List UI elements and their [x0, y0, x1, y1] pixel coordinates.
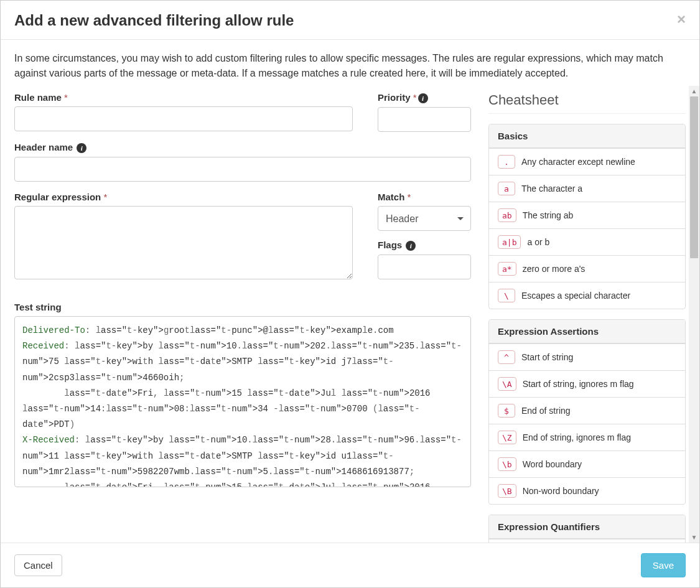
test-string-label: Test string	[14, 302, 471, 312]
regex-label: Regular expression *	[14, 192, 353, 202]
list-item: a|ba or b	[489, 228, 685, 255]
list-item: *0 or more	[489, 539, 685, 543]
flags-label: Flags i	[378, 240, 471, 251]
cheatsheet-sidebar: Cheatsheet Basics.Any character except n…	[485, 86, 699, 543]
modal-footer: Cancel Save	[1, 543, 699, 587]
priority-input[interactable]	[378, 107, 471, 132]
modal-body: Rule name * Priority *i Header name i	[1, 86, 699, 543]
item-desc: End of string, ignores m flag	[523, 432, 631, 442]
scroll-up-icon[interactable]: ▲	[689, 86, 699, 96]
cancel-button[interactable]: Cancel	[14, 554, 62, 576]
list-item: aThe character a	[489, 175, 685, 202]
cheatsheet-panel: Expression Assertions^Start of string\AS…	[488, 319, 686, 505]
match-select[interactable]: Header	[378, 206, 471, 231]
code-chip: ^	[498, 350, 515, 364]
code-chip: a|b	[498, 235, 521, 249]
item-desc: The string ab	[523, 210, 574, 220]
regex-input[interactable]	[14, 206, 353, 279]
item-desc: The character a	[521, 184, 582, 194]
flags-input[interactable]	[378, 254, 471, 279]
cheatsheet-title: Cheatsheet	[488, 92, 686, 114]
save-button[interactable]: Save	[641, 553, 686, 577]
item-desc: a or b	[527, 237, 549, 247]
code-chip: \	[498, 289, 515, 302]
list-item: \ZEnd of string, ignores m flag	[489, 424, 685, 450]
code-chip: a*	[498, 262, 516, 276]
scrollbar[interactable]: ▲ ▼	[689, 86, 699, 543]
code-chip: \b	[498, 457, 516, 471]
list-item: .Any character except newline	[489, 148, 685, 175]
modal-dialog: Add a new advanced filtering allow rule …	[0, 0, 700, 588]
form-column: Rule name * Priority *i Header name i	[1, 86, 485, 543]
code-chip: \Z	[498, 431, 516, 444]
list-item: \bWord boundary	[489, 450, 685, 477]
cheatsheet-panel: Basics.Any character except newlineaThe …	[488, 124, 686, 309]
code-chip: \A	[498, 377, 516, 391]
info-icon[interactable]: i	[406, 241, 416, 251]
scroll-thumb[interactable]	[690, 96, 698, 258]
list-item: \AStart of string, ignores m flag	[489, 370, 685, 397]
info-icon[interactable]: i	[77, 143, 86, 153]
close-icon[interactable]: ×	[677, 12, 686, 27]
panel-heading: Expression Assertions	[489, 320, 685, 343]
info-icon[interactable]: i	[418, 93, 428, 103]
rule-name-input[interactable]	[14, 106, 353, 131]
panel-heading: Basics	[489, 124, 685, 148]
item-desc: Start of string	[521, 352, 573, 362]
test-string-textarea[interactable]: Delivered-To: lass="t-key">grootlass="t-…	[14, 316, 471, 487]
item-desc: Word boundary	[523, 459, 582, 469]
item-desc: Start of string, ignores m flag	[523, 379, 634, 389]
list-item: \BNon-word boundary	[489, 477, 685, 504]
priority-label: Priority *i	[378, 92, 471, 103]
list-item: $End of string	[489, 397, 685, 424]
header-name-input[interactable]	[14, 157, 471, 182]
item-desc: Escapes a special character	[521, 291, 630, 301]
modal-title: Add a new advanced filtering allow rule	[14, 12, 294, 29]
modal-description: In some circumstances, you may wish to a…	[1, 40, 699, 86]
list-item: \Escapes a special character	[489, 282, 685, 309]
code-chip: ab	[498, 208, 516, 222]
modal-header: Add a new advanced filtering allow rule …	[1, 1, 699, 40]
match-label: Match *	[378, 192, 471, 202]
item-desc: Any character except newline	[521, 157, 635, 167]
header-name-label: Header name i	[14, 142, 471, 153]
panel-heading: Expression Quantifiers	[489, 515, 685, 539]
list-item: ^Start of string	[489, 343, 685, 370]
item-desc: End of string	[521, 406, 571, 416]
code-chip: \B	[498, 484, 516, 498]
rule-name-label: Rule name *	[14, 92, 353, 103]
code-chip: a	[498, 182, 515, 195]
scroll-down-icon[interactable]: ▼	[689, 532, 699, 543]
code-chip: $	[498, 404, 515, 418]
item-desc: zero or more a's	[523, 264, 586, 274]
list-item: abThe string ab	[489, 202, 685, 228]
cheatsheet-panel: Expression Quantifiers*0 or more	[488, 515, 686, 543]
code-chip: .	[498, 155, 515, 169]
list-item: a*zero or more a's	[489, 255, 685, 282]
item-desc: Non-word boundary	[523, 486, 599, 496]
